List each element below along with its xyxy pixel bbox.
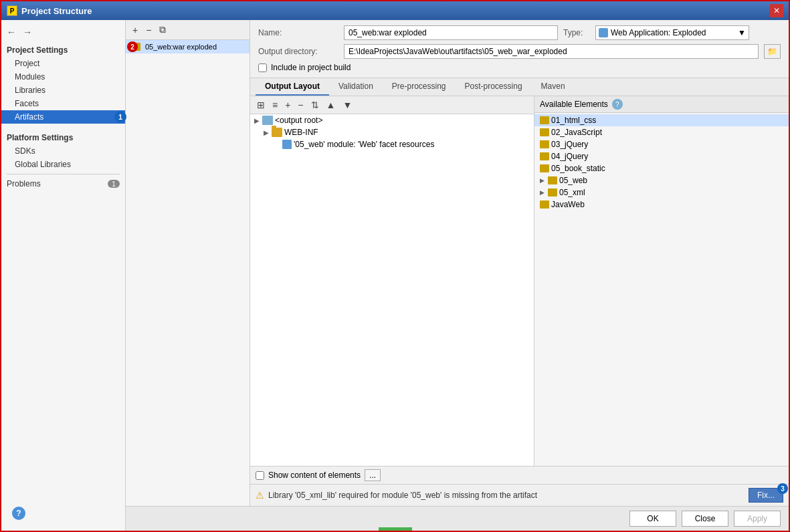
avail-item-javaweb[interactable]: JavaWeb [534, 198, 789, 211]
type-icon [599, 28, 608, 37]
help-button[interactable]: ? [12, 507, 25, 520]
add-artifact-button[interactable]: + [130, 23, 140, 37]
include-in-build-checkbox[interactable] [258, 63, 267, 72]
status-bar [379, 527, 412, 531]
avail-item-javascript[interactable]: 02_JavaScript [534, 126, 789, 138]
tree-item-output-root[interactable]: ▶ <output root> [250, 114, 534, 126]
name-label: Name: [258, 28, 338, 37]
avail-toggle-web[interactable]: ▶ [540, 177, 548, 184]
tree-item-module-resources[interactable]: '05_web' module: 'Web' facet resources [250, 138, 534, 150]
back-button[interactable]: ← [4, 25, 19, 39]
avail-folder-icon-html-css [540, 116, 549, 124]
avail-label-book-static: 05_book_static [551, 164, 605, 173]
close-dialog-button[interactable]: Close [682, 511, 728, 527]
tree-toolbar: ⊞ ≡ + − ⇅ ▲ ▼ [250, 96, 534, 114]
tree-toggle[interactable]: ▶ [254, 117, 262, 124]
available-header: Available Elements ? [534, 96, 789, 113]
tab-post-processing[interactable]: Post-processing [456, 78, 532, 96]
avail-folder-icon-js [540, 128, 549, 136]
avail-label-html-css: 01_html_css [551, 116, 596, 125]
avail-item-xml[interactable]: ▶ 05_xml [534, 186, 789, 198]
tree-remove-btn[interactable]: − [295, 98, 306, 112]
tree-up-btn[interactable]: ▲ [324, 98, 338, 112]
avail-toggle-xml[interactable]: ▶ [540, 189, 548, 196]
avail-item-jquery[interactable]: 03_jQuery [534, 138, 789, 150]
web-inf-folder-icon [272, 128, 282, 137]
sidebar-item-project[interactable]: Project [1, 57, 125, 70]
tree-panel: ⊞ ≡ + − ⇅ ▲ ▼ ▶ [250, 96, 534, 466]
sidebar-item-problems[interactable]: Problems 1 [1, 177, 125, 190]
warning-icon: ⚠ [256, 490, 264, 501]
sidebar: ← → Project Settings Project Modules Lib… [1, 20, 126, 531]
dotdotdot-button[interactable]: ... [365, 469, 381, 481]
help-btn-container: ? [1, 501, 125, 531]
show-content-checkbox[interactable] [256, 471, 264, 480]
sidebar-item-artifacts[interactable]: Artifacts 1 [1, 110, 125, 124]
detail-panel: Name: Type: Web Application: Exploded ▼ [250, 20, 789, 506]
avail-label-jquery2: 04_jQuery [551, 152, 588, 161]
name-input[interactable] [344, 25, 558, 40]
detail-header: Name: Type: Web Application: Exploded ▼ [250, 20, 789, 78]
type-select[interactable]: Web Application: Exploded ▼ [595, 25, 749, 40]
type-value: Web Application: Exploded [611, 28, 706, 37]
badge-3: 3 [777, 483, 788, 494]
main-content: ← → Project Settings Project Modules Lib… [1, 20, 789, 531]
sidebar-item-sdks[interactable]: SDKs [1, 144, 125, 158]
badge-1: 1 [114, 111, 126, 123]
available-help-icon[interactable]: ? [612, 99, 623, 110]
available-panel: Available Elements ? 01_html_css [534, 96, 789, 466]
tab-maven[interactable]: Maven [532, 78, 575, 96]
browse-output-dir-button[interactable]: 📁 [764, 44, 781, 59]
apply-button[interactable]: Apply [734, 511, 781, 527]
output-dir-input[interactable] [344, 44, 759, 59]
tree-items-container: ▶ <output root> ▶ WEB-INF [250, 114, 534, 466]
avail-item-html-css[interactable]: 01_html_css [534, 114, 789, 126]
tree-item-label-web-inf: WEB-INF [284, 128, 318, 137]
tab-validation[interactable]: Validation [329, 78, 383, 96]
ok-button[interactable]: OK [629, 511, 676, 527]
avail-label-jquery: 03_jQuery [551, 140, 588, 149]
forward-button[interactable]: → [20, 25, 35, 39]
remove-artifact-button[interactable]: − [143, 23, 154, 37]
tab-pre-processing[interactable]: Pre-processing [383, 78, 456, 96]
project-settings-label: Project Settings [1, 41, 125, 57]
badge-2: 2 [127, 41, 138, 52]
window-title: Project Structure [21, 6, 92, 16]
platform-settings-label: Platform Settings [1, 129, 125, 144]
type-dropdown-icon: ▼ [738, 28, 746, 37]
close-button[interactable]: ✕ [770, 4, 783, 17]
tree-sort-btn[interactable]: ⇅ [308, 98, 322, 112]
avail-item-book-static[interactable]: 05_book_static [534, 162, 789, 174]
sidebar-item-global-libraries[interactable]: Global Libraries [1, 158, 125, 171]
tree-add-btn[interactable]: + [282, 98, 293, 112]
available-elements-label: Available Elements [540, 100, 608, 109]
include-in-build-label: Include in project build [271, 63, 351, 72]
title-bar: P Project Structure ✕ [1, 1, 789, 20]
tab-output-layout[interactable]: Output Layout [256, 78, 329, 96]
sidebar-item-facets[interactable]: Facets [1, 97, 125, 110]
artifact-name: 05_web:war exploded [145, 43, 217, 51]
problems-badge: 1 [108, 180, 120, 188]
output-dir-label: Output directory: [258, 47, 338, 56]
copy-artifact-button[interactable]: ⧉ [157, 23, 169, 37]
sidebar-item-modules[interactable]: Modules [1, 70, 125, 84]
sidebar-item-libraries[interactable]: Libraries [1, 84, 125, 97]
avail-item-jquery2[interactable]: 04_jQuery [534, 150, 789, 162]
tree-item-web-inf[interactable]: ▶ WEB-INF [250, 126, 534, 138]
tree-item-label-module: '05_web' module: 'Web' facet resources [294, 140, 434, 149]
tab-content: ⊞ ≡ + − ⇅ ▲ ▼ ▶ [250, 96, 789, 466]
artifact-item[interactable]: 05_web:war exploded 2 [126, 40, 250, 53]
type-label: Type: [563, 28, 590, 37]
tree-btn-1[interactable]: ⊞ [254, 98, 268, 112]
tree-down-btn[interactable]: ▼ [340, 98, 355, 112]
fix-button[interactable]: Fix... 3 [749, 488, 783, 503]
avail-label-javaweb: JavaWeb [551, 200, 585, 209]
avail-label-xml: 05_xml [559, 188, 585, 197]
tree-toggle-web-inf[interactable]: ▶ [264, 129, 272, 136]
available-items: 01_html_css 02_JavaScript 03_jQuery [534, 113, 789, 466]
title-bar-left: P Project Structure [7, 5, 92, 16]
warning-text: Library '05_xml_lib' required for module… [268, 491, 537, 500]
module-icon [282, 140, 292, 149]
tree-btn-2[interactable]: ≡ [270, 98, 280, 112]
avail-item-web[interactable]: ▶ 05_web [534, 174, 789, 186]
